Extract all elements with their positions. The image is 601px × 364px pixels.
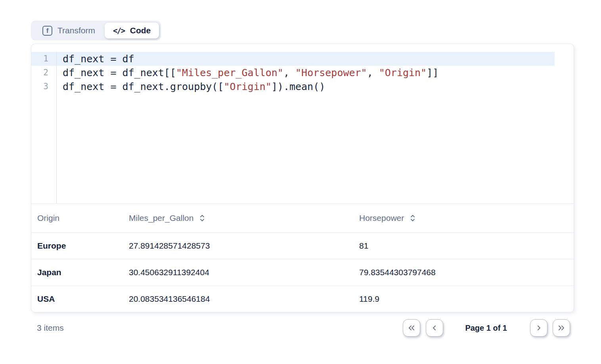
result-table: Origin Miles_per_Gallon Horsepower — [31, 203, 574, 312]
function-icon: f — [42, 26, 52, 36]
cell-miles-per-gallon: 27.891428571428573 — [123, 241, 353, 251]
line-number-1: 1 — [31, 52, 56, 66]
cell-origin: USA — [31, 294, 123, 304]
table-footer: 3 items Page 1 of 1 — [31, 319, 574, 337]
sort-icon[interactable] — [199, 214, 205, 222]
code-token: ]] — [427, 67, 438, 79]
code-token-string: "Horsepower" — [295, 67, 367, 79]
pagination-controls: Page 1 of 1 — [403, 319, 570, 337]
cell-horsepower: 119.9 — [353, 294, 574, 304]
chevron-left-icon — [431, 324, 438, 332]
next-page-button[interactable] — [530, 319, 547, 337]
cell-origin: Japan — [31, 268, 123, 277]
table-header-row: Origin Miles_per_Gallon Horsepower — [31, 203, 574, 232]
code-token: df_next = df_next.groupby([ — [63, 81, 224, 92]
code-editor[interactable]: 1 2 3 df_next = df df_next = df_next[["M… — [31, 44, 574, 203]
column-header-miles-per-gallon[interactable]: Miles_per_Gallon — [123, 213, 353, 223]
table-row[interactable]: USA 20.083534136546184 119.9 — [31, 285, 574, 312]
previous-page-button[interactable] — [426, 319, 443, 337]
transform-code-widget: f Transform </> Code 1 2 3 df_next = df … — [31, 21, 574, 337]
code-token: , — [367, 67, 379, 79]
column-header-origin: Origin — [31, 213, 123, 223]
code-token: df_next = df_next[[ — [63, 67, 176, 79]
last-page-button[interactable] — [553, 319, 570, 337]
line-number-3: 3 — [31, 80, 56, 94]
chevron-right-icon — [535, 324, 543, 332]
tab-transform[interactable]: f Transform — [33, 23, 105, 38]
table-row[interactable]: Europe 27.891428571428573 81 — [31, 232, 574, 259]
page-indicator: Page 1 of 1 — [465, 324, 507, 333]
view-toggle: f Transform </> Code — [31, 21, 161, 40]
tab-code[interactable]: </> Code — [105, 23, 159, 38]
code-token-string: "Origin" — [224, 81, 271, 92]
line-number-2: 2 — [31, 66, 56, 80]
double-chevron-right-icon — [557, 324, 566, 332]
column-header-label: Miles_per_Gallon — [129, 213, 193, 223]
items-count: 3 items — [37, 323, 64, 333]
first-page-button[interactable] — [403, 319, 420, 337]
code-result-panel: 1 2 3 df_next = df df_next = df_next[["M… — [31, 44, 574, 312]
code-token-string: "Origin" — [379, 67, 427, 79]
sort-icon[interactable] — [410, 214, 415, 222]
code-token-string: "Miles_per_Gallon" — [176, 67, 283, 79]
cell-origin: Europe — [31, 241, 123, 251]
code-line-1[interactable]: df_next = df — [57, 52, 555, 66]
code-content[interactable]: df_next = df df_next = df_next[["Miles_p… — [57, 52, 574, 203]
tab-transform-label: Transform — [57, 26, 95, 35]
code-token: df_next = df — [63, 53, 134, 65]
cell-horsepower: 79.83544303797468 — [353, 268, 574, 277]
double-chevron-left-icon — [407, 324, 416, 332]
code-token: ]).mean() — [272, 81, 325, 92]
code-line-2[interactable]: df_next = df_next[["Miles_per_Gallon", "… — [57, 66, 574, 80]
code-token: , — [283, 67, 295, 79]
code-icon: </> — [113, 26, 125, 35]
cell-miles-per-gallon: 30.450632911392404 — [123, 268, 353, 277]
cell-horsepower: 81 — [353, 241, 574, 251]
line-number-gutter: 1 2 3 — [31, 52, 57, 203]
column-header-label: Origin — [37, 213, 59, 223]
cell-miles-per-gallon: 20.083534136546184 — [123, 294, 353, 304]
column-header-horsepower[interactable]: Horsepower — [353, 213, 574, 223]
table-row[interactable]: Japan 30.450632911392404 79.835443037974… — [31, 259, 574, 285]
code-line-3[interactable]: df_next = df_next.groupby(["Origin"]).me… — [57, 80, 574, 94]
column-header-label: Horsepower — [359, 213, 404, 223]
tab-code-label: Code — [130, 26, 151, 35]
